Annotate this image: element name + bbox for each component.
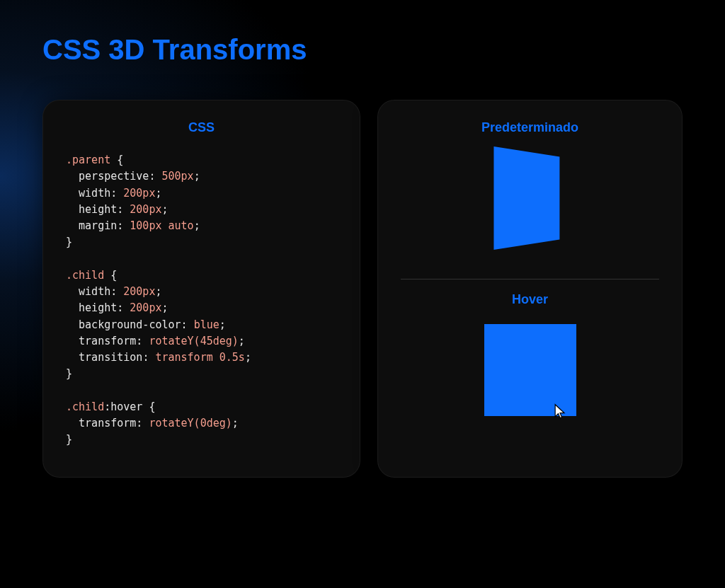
code-panel-heading: CSS: [66, 120, 337, 135]
demo-default-stage: [484, 152, 576, 261]
demo-hover-section: Hover: [401, 279, 659, 448]
transformed-square-hover[interactable]: [484, 324, 576, 416]
demo-panel: Predeterminado Hover: [377, 100, 683, 478]
demo-hover-heading: Hover: [512, 292, 548, 307]
css-code-block: .parent { perspective: 500px; width: 200…: [66, 152, 337, 449]
demo-hover-stage: [484, 324, 576, 433]
page-title: CSS 3D Transforms: [42, 34, 683, 66]
layout-columns: CSS .parent { perspective: 500px; width:…: [42, 100, 683, 478]
demo-default-section: Predeterminado: [401, 120, 659, 276]
code-panel: CSS .parent { perspective: 500px; width:…: [42, 100, 360, 478]
demo-default-heading: Predeterminado: [481, 120, 578, 135]
transformed-square-default[interactable]: [493, 146, 559, 250]
